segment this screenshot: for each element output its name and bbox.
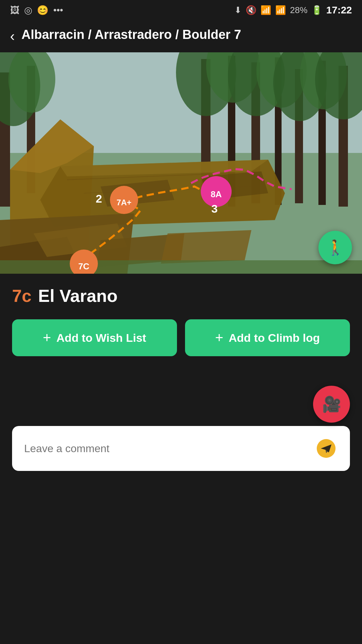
page-title: Albarracin / Arrastradero / Boulder 7	[21, 27, 241, 43]
navigate-button[interactable]: 🚶	[318, 231, 352, 264]
download-icon: ⬇	[234, 5, 242, 15]
svg-text:3: 3	[212, 202, 218, 215]
add-to-climblog-button[interactable]: + Add to Climb log	[185, 319, 350, 356]
video-camera-icon: 🎥	[322, 395, 341, 413]
plus-icon-2: +	[215, 331, 224, 345]
content-area: 7c El Varano + Add to Wish List + Add to…	[0, 274, 362, 471]
svg-text:2: 2	[96, 192, 102, 205]
route-name: El Varano	[38, 286, 118, 306]
plus-icon: +	[43, 331, 51, 345]
status-left-icons: 🖼 ◎ 😊 •••	[10, 5, 63, 16]
video-fab-container: 🎥	[12, 372, 350, 426]
send-icon	[316, 438, 336, 459]
dots-icon: •••	[53, 5, 63, 15]
route-grade: 7c	[12, 286, 32, 306]
battery-percentage: 28%	[290, 5, 307, 15]
svg-text:7A+: 7A+	[117, 198, 132, 207]
record-video-button[interactable]: 🎥	[313, 386, 350, 423]
battery-icon: 🔋	[311, 5, 322, 15]
signal-icon: 📶	[275, 5, 286, 15]
svg-rect-33	[0, 260, 362, 274]
clock: 17:22	[326, 4, 352, 16]
svg-text:8A: 8A	[210, 189, 222, 199]
action-buttons: + Add to Wish List + Add to Climb log	[12, 319, 350, 356]
back-button[interactable]: ‹	[10, 28, 15, 44]
add-to-wishlist-button[interactable]: + Add to Wish List	[12, 319, 177, 356]
send-icon-container[interactable]	[314, 437, 338, 460]
wishlist-label: Add to Wish List	[56, 331, 146, 344]
bottom-padding	[0, 471, 362, 484]
boulder-image: 7C 1 7A+ 2 8A 3 🚶	[0, 52, 362, 274]
svg-text:1: 1	[80, 272, 86, 274]
image-icon: 🖼	[10, 5, 19, 16]
face-icon: 😊	[37, 5, 49, 16]
walk-icon: 🚶	[326, 239, 345, 256]
comment-input[interactable]	[24, 442, 275, 455]
svg-text:7C: 7C	[78, 261, 89, 271]
header: ‹ Albarracin / Arrastradero / Boulder 7	[0, 20, 362, 52]
route-header: 7c El Varano	[12, 286, 350, 306]
climblog-label: Add to Climb log	[229, 331, 320, 344]
status-bar: 🖼 ◎ 😊 ••• ⬇ 🔇 📶 📶 28% 🔋 17:22	[0, 0, 362, 20]
mute-icon: 🔇	[246, 5, 256, 15]
route-map-svg: 7C 1 7A+ 2 8A 3	[0, 52, 362, 274]
status-right-area: ⬇ 🔇 📶 📶 28% 🔋 17:22	[234, 4, 352, 16]
wifi-icon: 📶	[260, 5, 271, 15]
comment-box	[12, 426, 350, 471]
svg-marker-32	[161, 230, 251, 264]
circle-icon: ◎	[24, 5, 32, 16]
